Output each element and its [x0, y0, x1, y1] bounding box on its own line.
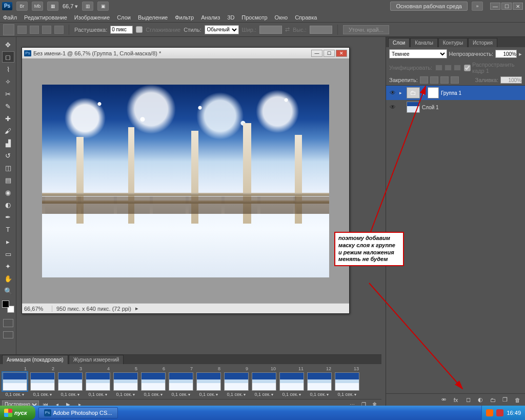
screen-mode-button[interactable]: ▣	[97, 2, 109, 11]
menu-help[interactable]: Справка	[295, 14, 317, 21]
tab-layers[interactable]: Слои	[388, 38, 410, 47]
animation-frame[interactable]: 110,1 сек.▾	[279, 366, 305, 397]
selection-add-icon[interactable]	[30, 26, 39, 34]
new-group-icon[interactable]: 🗀	[487, 395, 498, 405]
doc-maximize-button[interactable]: ☐	[324, 50, 335, 57]
3d-tool-icon[interactable]: ✦	[2, 261, 14, 272]
animation-frame[interactable]: 100,1 сек.▾	[251, 366, 277, 397]
lock-position-icon[interactable]	[440, 76, 449, 84]
add-mask-icon[interactable]: ◻	[462, 395, 474, 405]
animation-frame[interactable]: 90,1 сек.▾	[224, 366, 249, 397]
brush-tool-icon[interactable]: 🖌	[2, 125, 14, 136]
zoom-tool-icon[interactable]: 🔍	[2, 285, 14, 296]
minimize-button[interactable]: —	[490, 3, 500, 10]
layer-fx-icon[interactable]: fx	[450, 395, 461, 405]
layer-name[interactable]: Слой 1	[422, 105, 523, 110]
hand-tool-icon[interactable]: ✋	[2, 273, 14, 284]
animation-frame[interactable]: 40,1 сек.▾	[85, 366, 111, 397]
lock-pixels-icon[interactable]	[430, 76, 438, 84]
animation-frame[interactable]: 50,1 сек.▾	[113, 366, 138, 397]
zoom-display[interactable]: 66,7 ▾	[63, 3, 78, 10]
view-extras-button[interactable]: ▦	[47, 2, 58, 11]
refine-edge-button[interactable]: Уточн. край...	[343, 25, 389, 34]
animation-frame[interactable]: 20,1 сек.▾	[30, 366, 55, 397]
menu-file[interactable]: Файл	[3, 14, 17, 21]
animation-frame[interactable]: 120,1 сек.▾	[307, 366, 332, 397]
unify-position-icon[interactable]	[435, 65, 442, 71]
layer-mask-thumb[interactable]	[428, 87, 439, 98]
current-tool-icon[interactable]	[3, 24, 14, 35]
menu-3d[interactable]: 3D	[227, 14, 234, 21]
color-swatches[interactable]	[2, 301, 14, 313]
marquee-tool-icon[interactable]: ◻	[2, 51, 14, 63]
arrange-docs-button[interactable]: ▥	[82, 2, 93, 11]
bridge-button[interactable]: Br	[16, 2, 28, 11]
crop-tool-icon[interactable]: ✂	[2, 88, 14, 99]
layer-row-group[interactable]: 👁 ▸ 🗀 ⚲ Группа 1	[386, 86, 525, 100]
animation-frame[interactable]: 80,1 сек.▾	[196, 366, 221, 397]
tab-animation[interactable]: Анимация (покадровая)	[2, 355, 68, 364]
screen-mode-icon[interactable]	[3, 331, 13, 338]
selection-subtract-icon[interactable]	[42, 26, 51, 34]
blend-mode-select[interactable]: Темнее	[389, 49, 447, 58]
tray-icon-1[interactable]	[486, 409, 493, 416]
expand-group-icon[interactable]: ▸	[399, 90, 405, 95]
mask-link-icon[interactable]: ⚲	[422, 90, 426, 95]
move-tool-icon[interactable]: ✥	[2, 39, 14, 50]
blur-tool-icon[interactable]: ◉	[2, 187, 14, 198]
history-brush-tool-icon[interactable]: ↺	[2, 150, 14, 161]
shape-tool-icon[interactable]: ▭	[2, 248, 14, 259]
layer-row-image[interactable]: 👁 Слой 1	[386, 100, 525, 114]
visibility-toggle-icon[interactable]: 👁	[388, 103, 397, 112]
lock-transparent-icon[interactable]	[420, 76, 428, 84]
maximize-button[interactable]: ☐	[501, 3, 512, 10]
menu-select[interactable]: Выделение	[138, 14, 168, 21]
taskbar-item-photoshop[interactable]: Ps Adobe Photoshop CS...	[38, 407, 118, 418]
animation-frame[interactable]: 30,1 сек.▾	[57, 366, 83, 397]
dodge-tool-icon[interactable]: ◐	[2, 199, 14, 210]
doc-close-button[interactable]: ✕	[336, 50, 347, 57]
more-workspaces-icon[interactable]: »	[472, 2, 483, 11]
unify-visibility-icon[interactable]	[445, 65, 452, 71]
tab-measurement-log[interactable]: Журнал измерений	[69, 355, 124, 364]
menu-view[interactable]: Просмотр	[241, 14, 267, 21]
type-tool-icon[interactable]: T	[2, 224, 14, 235]
lock-all-icon[interactable]	[451, 76, 459, 84]
style-select[interactable]: Обычный	[205, 25, 239, 34]
doc-zoom-field[interactable]: 66,67%	[24, 306, 52, 312]
menu-layer[interactable]: Слои	[117, 14, 131, 21]
quick-mask-icon[interactable]	[3, 319, 13, 327]
start-button[interactable]: пуск	[0, 406, 35, 420]
healing-tool-icon[interactable]: ✚	[2, 113, 14, 124]
feather-input[interactable]	[110, 26, 133, 34]
layer-name[interactable]: Группа 1	[441, 90, 523, 96]
menu-analysis[interactable]: Анализ	[201, 14, 220, 21]
minibridge-button[interactable]: Mb	[32, 2, 43, 11]
path-select-tool-icon[interactable]: ▸	[2, 236, 14, 247]
wand-tool-icon[interactable]: ✧	[2, 76, 14, 87]
lasso-tool-icon[interactable]: ⌇	[2, 64, 14, 75]
opacity-dropdown-icon[interactable]: ▸	[519, 51, 522, 57]
animation-frame[interactable]: 10,1 сек.▾	[2, 366, 28, 397]
menu-edit[interactable]: Редактирование	[24, 14, 67, 21]
eraser-tool-icon[interactable]: ◫	[2, 162, 14, 173]
stamp-tool-icon[interactable]: ▟	[2, 137, 14, 149]
menu-window[interactable]: Окно	[275, 14, 288, 21]
close-button[interactable]: ✕	[513, 3, 523, 10]
menu-filter[interactable]: Фильтр	[175, 14, 194, 21]
tray-icon-2[interactable]	[496, 409, 503, 416]
selection-intersect-icon[interactable]	[54, 26, 64, 34]
system-tray[interactable]: 16:49	[481, 406, 525, 420]
gradient-tool-icon[interactable]: ▤	[2, 174, 14, 186]
opacity-input[interactable]	[495, 50, 517, 58]
adjustment-layer-icon[interactable]: ◐	[475, 395, 486, 405]
link-layers-icon[interactable]: ⚮	[438, 395, 449, 405]
selection-new-icon[interactable]	[17, 26, 27, 34]
workspace-switcher[interactable]: Основная рабочая среда	[390, 2, 468, 11]
doc-minimize-button[interactable]: —	[311, 50, 322, 57]
doc-info-menu-icon[interactable]: ▸	[135, 305, 138, 312]
visibility-toggle-icon[interactable]: 👁	[388, 88, 397, 97]
tab-channels[interactable]: Каналы	[410, 38, 438, 47]
animation-frame[interactable]: 70,1 сек.▾	[168, 366, 194, 397]
document-titlebar[interactable]: Ps Без имени-1 @ 66,7% (Группа 1, Слой-м…	[22, 48, 349, 59]
